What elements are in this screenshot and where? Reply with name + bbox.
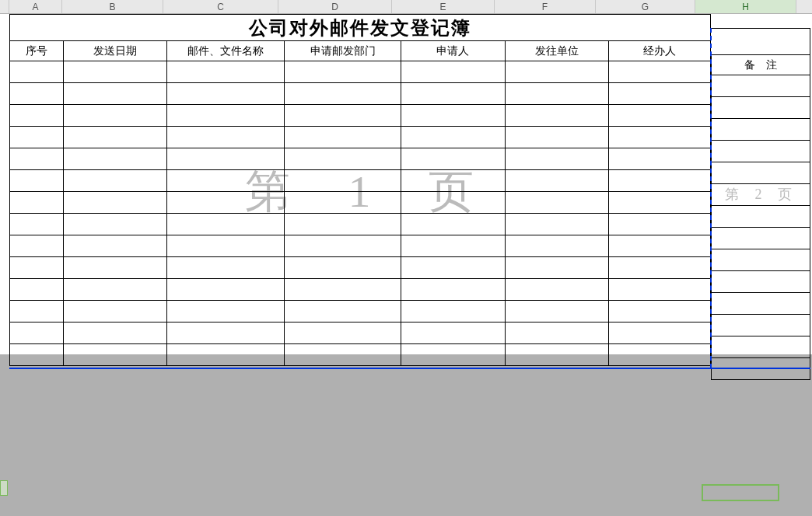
cell[interactable] — [401, 279, 506, 301]
cell[interactable] — [167, 192, 285, 214]
column-header-H[interactable]: H — [695, 0, 796, 13]
cell[interactable] — [506, 105, 609, 127]
cell[interactable] — [64, 257, 167, 279]
table-row[interactable] — [712, 75, 810, 97]
cell[interactable] — [506, 301, 609, 322]
cell[interactable] — [10, 148, 64, 170]
cell[interactable] — [506, 214, 609, 235]
cell[interactable] — [401, 83, 506, 105]
cell[interactable] — [401, 322, 506, 344]
cell[interactable] — [64, 170, 167, 192]
cell[interactable] — [506, 83, 609, 105]
cell[interactable] — [401, 235, 506, 257]
cell[interactable] — [64, 127, 167, 148]
cell[interactable] — [285, 257, 401, 279]
header-cell-1[interactable]: 发送日期 — [64, 41, 167, 61]
cell[interactable] — [285, 170, 401, 192]
cell[interactable] — [712, 184, 810, 206]
active-cell-selection[interactable] — [702, 484, 779, 501]
table-row[interactable] — [712, 293, 810, 315]
column-header-A[interactable]: A — [9, 0, 62, 13]
cell[interactable] — [167, 235, 285, 257]
column-header-G[interactable]: G — [596, 0, 695, 13]
cell[interactable] — [712, 141, 810, 162]
cell[interactable] — [64, 148, 167, 170]
cell[interactable] — [609, 344, 711, 366]
table-row[interactable] — [10, 301, 711, 322]
cell[interactable] — [285, 127, 401, 148]
cell[interactable] — [10, 83, 64, 105]
cell[interactable] — [712, 228, 810, 249]
cell[interactable] — [167, 127, 285, 148]
cell[interactable] — [609, 61, 711, 83]
cell[interactable] — [10, 214, 64, 235]
cell[interactable] — [712, 162, 810, 184]
cell[interactable] — [167, 301, 285, 322]
cell[interactable] — [64, 105, 167, 127]
cell[interactable] — [285, 279, 401, 301]
table-row[interactable] — [10, 214, 711, 235]
cell[interactable] — [10, 170, 64, 192]
cell[interactable] — [167, 61, 285, 83]
table-row[interactable] — [712, 184, 810, 206]
table-row[interactable] — [10, 148, 711, 170]
cell[interactable] — [64, 279, 167, 301]
header-cell-3[interactable]: 申请邮发部门 — [285, 41, 401, 61]
table-row[interactable] — [10, 192, 711, 214]
column-header-E[interactable]: E — [392, 0, 495, 13]
cell[interactable] — [609, 192, 711, 214]
cell[interactable] — [506, 279, 609, 301]
cell[interactable] — [712, 336, 810, 358]
cell[interactable] — [401, 148, 506, 170]
cell[interactable] — [285, 301, 401, 322]
cell[interactable] — [167, 279, 285, 301]
cell[interactable] — [712, 206, 810, 228]
table-row[interactable] — [10, 344, 711, 366]
cell[interactable] — [10, 61, 64, 83]
cell[interactable] — [285, 344, 401, 366]
cell[interactable] — [64, 83, 167, 105]
table-row[interactable] — [10, 170, 711, 192]
cell[interactable] — [167, 322, 285, 344]
cell[interactable] — [506, 127, 609, 148]
cell[interactable] — [609, 170, 711, 192]
cell[interactable] — [609, 301, 711, 322]
header-cell-4[interactable]: 申请人 — [401, 41, 506, 61]
table-row[interactable] — [712, 119, 810, 141]
table-row[interactable] — [712, 271, 810, 293]
main-data-table[interactable]: 公司对外邮件发文登记簿 序号发送日期邮件、文件名称申请邮发部门申请人发往单位经办… — [9, 14, 711, 366]
cell[interactable] — [285, 235, 401, 257]
cell[interactable] — [167, 257, 285, 279]
cell[interactable] — [167, 148, 285, 170]
cell[interactable] — [506, 257, 609, 279]
column-header-D[interactable]: D — [278, 0, 392, 13]
table-row[interactable] — [712, 141, 810, 162]
header-cell-2[interactable]: 邮件、文件名称 — [167, 41, 285, 61]
cell[interactable] — [401, 257, 506, 279]
cell[interactable] — [506, 170, 609, 192]
table-row[interactable] — [712, 97, 810, 119]
cell[interactable] — [401, 105, 506, 127]
cell[interactable] — [64, 322, 167, 344]
cell[interactable] — [609, 257, 711, 279]
table-row[interactable] — [712, 249, 810, 271]
table-row[interactable] — [712, 315, 810, 336]
cell[interactable] — [64, 214, 167, 235]
cell[interactable] — [64, 192, 167, 214]
cell[interactable] — [167, 105, 285, 127]
column-header-F[interactable]: F — [495, 0, 596, 13]
cell[interactable] — [712, 315, 810, 336]
cell[interactable] — [712, 249, 810, 271]
cell[interactable] — [10, 301, 64, 322]
cell[interactable] — [401, 170, 506, 192]
cell[interactable] — [10, 192, 64, 214]
cell[interactable] — [712, 293, 810, 315]
cell[interactable] — [167, 83, 285, 105]
cell[interactable] — [64, 235, 167, 257]
cell[interactable] — [285, 105, 401, 127]
column-header-B[interactable]: B — [62, 0, 163, 13]
cell[interactable] — [285, 148, 401, 170]
extra-column-h[interactable]: 备 注 — [711, 28, 810, 380]
cell[interactable] — [609, 279, 711, 301]
header-cell-5[interactable]: 发往单位 — [506, 41, 609, 61]
